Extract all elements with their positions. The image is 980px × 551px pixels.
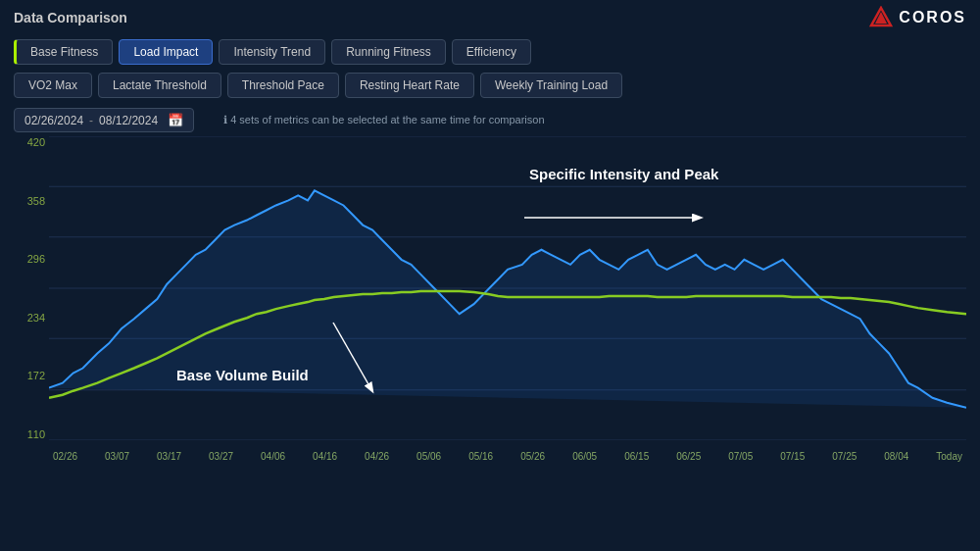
comparison-info: ℹ 4 sets of metrics can be selected at t…	[223, 114, 544, 126]
y-label-358: 358	[27, 195, 45, 207]
date-range-picker[interactable]: 02/26/2024 - 08/12/2024 📅	[14, 108, 194, 132]
x-label-08-04: 08/04	[884, 451, 908, 462]
tab-row2-vo2-max[interactable]: VO2 Max	[14, 73, 92, 98]
x-label-04-06: 04/06	[261, 451, 285, 462]
y-label-420: 420	[27, 136, 45, 148]
tabs-row-2: VO2 MaxLactate ThresholdThreshold PaceRe…	[0, 69, 980, 102]
y-axis: 420358296234172110	[14, 136, 49, 440]
coros-logo-icon	[869, 6, 893, 29]
x-label-04-16: 04/16	[313, 451, 337, 462]
x-axis: 02/2603/0703/1703/2704/0604/1604/2605/06…	[49, 442, 966, 470]
tab-row1-base-fitness[interactable]: Base Fitness	[14, 39, 113, 65]
y-label-234: 234	[27, 312, 45, 324]
x-label-02-26: 02/26	[53, 451, 77, 462]
date-separator: -	[89, 114, 93, 127]
date-start: 02/26/2024	[24, 114, 83, 127]
date-row: 02/26/2024 - 08/12/2024 📅 ℹ 4 sets of me…	[0, 102, 980, 136]
date-end: 08/12/2024	[99, 114, 158, 127]
logo-text: COROS	[899, 9, 966, 26]
logo: COROS	[869, 6, 966, 29]
x-label-07-05: 07/05	[728, 451, 753, 462]
x-label-06-05: 06/05	[572, 451, 597, 462]
y-label-296: 296	[27, 253, 45, 265]
tab-row2-resting-heart-rate[interactable]: Resting Heart Rate	[345, 73, 474, 98]
tab-row1-running-fitness[interactable]: Running Fitness	[331, 39, 446, 65]
x-label-07-15: 07/15	[780, 451, 805, 462]
tab-row2-threshold-pace[interactable]: Threshold Pace	[227, 73, 339, 98]
chart-inner: Specific Intensity and Peak Base Volume …	[49, 136, 966, 440]
x-label-05-16: 05/16	[468, 451, 493, 462]
x-label-Today: Today	[936, 451, 962, 462]
tab-row1-efficiency[interactable]: Efficiency	[452, 39, 531, 65]
x-label-07-25: 07/25	[832, 451, 857, 462]
tab-row2-weekly-training-load[interactable]: Weekly Training Load	[480, 73, 622, 98]
page-title: Data Comparison	[14, 10, 127, 25]
x-label-03-17: 03/17	[157, 451, 181, 462]
tab-row1-load-impact[interactable]: Load Impact	[119, 39, 213, 65]
blue-line	[49, 190, 966, 407]
chart-svg	[49, 136, 966, 440]
x-label-03-07: 03/07	[105, 451, 129, 462]
tab-row2-lactate-threshold[interactable]: Lactate Threshold	[98, 73, 221, 98]
tab-row1-intensity-trend[interactable]: Intensity Trend	[219, 39, 325, 65]
header: Data Comparison COROS	[0, 0, 980, 35]
x-label-05-06: 05/06	[416, 451, 441, 462]
x-label-05-26: 05/26	[520, 451, 545, 462]
x-label-03-27: 03/27	[209, 451, 233, 462]
x-label-06-25: 06/25	[676, 451, 701, 462]
calendar-icon: 📅	[168, 113, 183, 127]
x-label-06-15: 06/15	[624, 451, 649, 462]
y-label-110: 110	[27, 428, 45, 440]
tabs-row-1: Base FitnessLoad ImpactIntensity TrendRu…	[0, 35, 980, 69]
x-label-04-26: 04/26	[365, 451, 389, 462]
chart-area: 420358296234172110 Specific Intensity an…	[14, 136, 966, 470]
y-label-172: 172	[27, 370, 45, 381]
